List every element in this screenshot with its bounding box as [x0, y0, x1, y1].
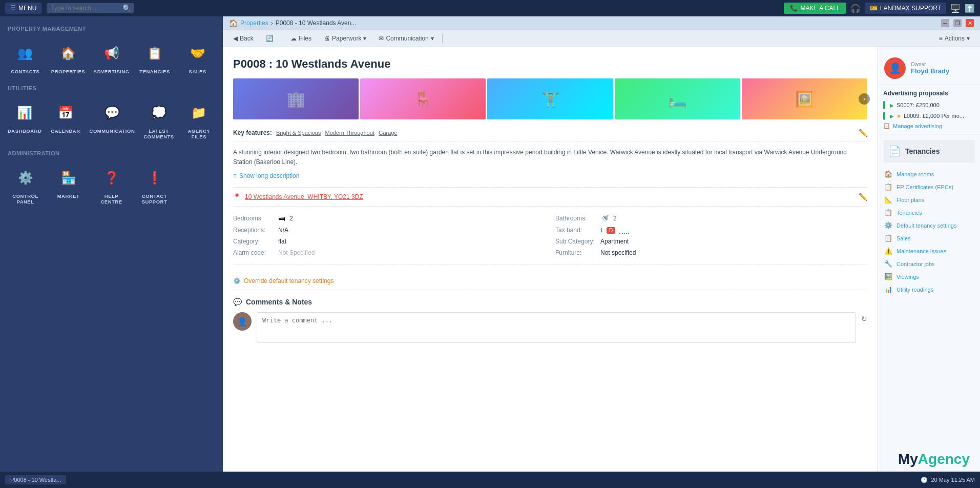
- sidebar-item-dashboard[interactable]: 📊 DASHBOARD: [5, 96, 44, 144]
- breadcrumb-properties[interactable]: Properties: [240, 19, 268, 27]
- sidebar-item-control-panel[interactable]: ⚙️ CONTROL PANEL: [5, 161, 46, 209]
- sidebar-item-market[interactable]: 🏪 MARKET: [48, 161, 89, 209]
- quick-link-default-tenancy[interactable]: ⚙️ Default tenancy settings: [878, 219, 980, 232]
- monitor-icon[interactable]: 🖥️: [950, 4, 961, 13]
- refresh-button[interactable]: 🔄: [262, 33, 278, 44]
- photo-2[interactable]: 🪑: [360, 78, 486, 119]
- sidebar-item-contacts[interactable]: 👥 CONTACTS: [5, 37, 46, 78]
- gear-icon: ⚙️: [233, 277, 241, 284]
- quick-link-viewings[interactable]: 🖼️ Viewings: [878, 270, 980, 283]
- breadcrumb-current: P0008 - 10 Westlands Aven...: [276, 19, 357, 27]
- tax-band-dots: ___: [619, 227, 629, 234]
- market-label: MARKET: [57, 193, 80, 199]
- quick-link-ep-certificates[interactable]: 📋 EP Certificates (EPCs): [878, 180, 980, 193]
- manage-adv-label: Manage advertising: [893, 123, 942, 129]
- quick-link-utility-readings[interactable]: 📊 Utility readings: [878, 283, 980, 296]
- advertising-proposals-section: Advertising proposals ▶ S0007: £250,000 …: [878, 90, 980, 135]
- tenancies-ql-label: Tenancies: [896, 210, 922, 216]
- maximize-button[interactable]: ❐: [953, 19, 962, 27]
- advertising-icon: 📢: [99, 41, 124, 66]
- quick-link-contractor-jobs[interactable]: 🔧 Contractor jobs: [878, 257, 980, 270]
- refresh-comment-icon[interactable]: ↻: [861, 315, 867, 323]
- bedrooms-value: 2: [289, 215, 293, 222]
- sales-ql-icon: 📋: [884, 234, 892, 242]
- actions-icon: ≡: [939, 35, 943, 42]
- sidebar-item-help-centre[interactable]: ❓ HELP CENTRE: [91, 161, 132, 209]
- show-more-button[interactable]: ≡ Show long description: [233, 172, 867, 179]
- sidebar-item-advertising[interactable]: 📢 ADVERTISING: [91, 37, 132, 78]
- avatar-icon: 👤: [237, 317, 247, 327]
- sidebar-item-latest-comments[interactable]: 💭 LATEST COMMENTS: [140, 96, 177, 144]
- separator: [282, 34, 282, 43]
- sidebar-item-agency-files[interactable]: 📁 AGENCY FILES: [180, 96, 218, 144]
- floor-plans-label: Floor plans: [896, 197, 924, 203]
- edit-address-icon[interactable]: ✏️: [859, 193, 867, 201]
- feature-tag-1[interactable]: Bright & Spacious: [276, 130, 321, 136]
- minimize-button[interactable]: ─: [941, 19, 949, 27]
- paperwork-button[interactable]: 🖨 Paperwork ▾: [320, 33, 370, 44]
- control-panel-label: CONTROL PANEL: [8, 193, 43, 205]
- quick-links-section: 🏠 Manage rooms 📋 EP Certificates (EPCs) …: [878, 168, 980, 296]
- quick-link-tenancies[interactable]: 📋 Tenancies: [878, 206, 980, 219]
- administration-grid: ⚙️ CONTROL PANEL 🏪 MARKET ❓ HELP CENTRE …: [0, 159, 223, 211]
- tax-band-label: Tax band:: [555, 227, 596, 234]
- feature-tag-3[interactable]: Garage: [379, 130, 398, 136]
- sidebar-item-calendar[interactable]: 📅 CALENDAR: [47, 96, 84, 144]
- comment-input[interactable]: [257, 312, 856, 343]
- photo-4[interactable]: 🛏️: [615, 78, 740, 119]
- quick-link-sales[interactable]: 📋 Sales: [878, 232, 980, 245]
- window-body: P0008 : 10 Westlands Avenue 🏢 🪑: [223, 47, 980, 488]
- proposal-2-label: L0009: £2,000 Per mo...: [904, 113, 964, 119]
- manage-adv-icon: 📋: [883, 123, 890, 129]
- quick-link-manage-rooms[interactable]: 🏠 Manage rooms: [878, 168, 980, 180]
- files-button[interactable]: ☁ Files: [286, 33, 316, 44]
- photo-1-content: 🏢: [286, 90, 305, 108]
- feature-tag-2[interactable]: Modern Throughout: [325, 130, 374, 136]
- property-name: 10 Westlands Avenue: [276, 57, 390, 70]
- contact-support-icon: ❗: [142, 166, 167, 190]
- tenancies-card[interactable]: 📄 Tenancies: [883, 140, 975, 162]
- close-button[interactable]: ✕: [966, 19, 974, 27]
- manage-advertising-link[interactable]: 📋 Manage advertising: [883, 123, 975, 129]
- back-button[interactable]: ◀ Back: [229, 33, 258, 44]
- search-input[interactable]: [51, 5, 122, 12]
- photo-1[interactable]: 🏢: [233, 78, 359, 119]
- sidebar-item-tenancies[interactable]: 📋 TENANCIES: [135, 37, 175, 78]
- paperwork-chevron: ▾: [363, 35, 366, 42]
- support-button[interactable]: 🎫 LANDMAX SUPPORT: [865, 3, 946, 14]
- photo-5[interactable]: 🖼️: [742, 78, 867, 119]
- taskbar: P0008 - 10 Westla... 🕐 20 May 11:25 AM: [0, 472, 980, 488]
- call-button[interactable]: 📞 MAKE A CALL: [784, 3, 846, 14]
- communication-button[interactable]: ✉ Communication ▾: [374, 33, 437, 44]
- furniture-row: Furniture: Not specified: [555, 249, 867, 256]
- quick-link-maintenance[interactable]: ⚠️ Maintenance issues: [878, 245, 980, 257]
- section-label-administration: ADMINISTRATION: [0, 146, 223, 159]
- override-settings-link[interactable]: ⚙️ Override default tenancy settings: [233, 272, 867, 290]
- taskbar-item[interactable]: P0008 - 10 Westla...: [5, 475, 66, 484]
- quick-link-floor-plans[interactable]: 📐 Floor plans: [878, 193, 980, 206]
- proposal-item-2[interactable]: ▶ ★ L0009: £2,000 Per mo...: [883, 112, 975, 120]
- sidebar-item-contact-support[interactable]: ❗ CONTACT SUPPORT: [134, 161, 175, 209]
- receptions-value: N/A: [278, 227, 288, 234]
- print-icon: 🖨: [324, 35, 330, 42]
- actions-button[interactable]: ≡ Actions ▾: [935, 33, 974, 44]
- sidebar-item-sales[interactable]: 🤝 SALES: [177, 37, 218, 78]
- owner-name[interactable]: Floyd Brady: [911, 67, 949, 75]
- advertising-label: ADVERTISING: [93, 69, 129, 74]
- files-label: Files: [299, 35, 311, 42]
- photo-next-button[interactable]: ›: [859, 93, 870, 105]
- dashboard-label: DASHBOARD: [8, 128, 41, 134]
- furniture-label: Furniture:: [555, 249, 596, 256]
- photo-3[interactable]: 🏋️: [487, 78, 613, 119]
- headset-icon[interactable]: 🎧: [850, 4, 861, 13]
- address-text[interactable]: 10 Westlands Avenue, WHITBY, YO21 3DZ: [245, 193, 363, 200]
- proposal-item-1[interactable]: ▶ S0007: £250,000: [883, 101, 975, 109]
- dashboard-icon: 📊: [12, 100, 37, 125]
- edit-features-icon[interactable]: ✏️: [859, 129, 867, 137]
- key-features-label: Key features:: [233, 129, 272, 136]
- menu-button[interactable]: ☰ MENU: [5, 3, 41, 14]
- property-title: P0008 : 10 Westlands Avenue: [233, 57, 867, 71]
- sidebar-item-properties[interactable]: 🏠 PROPERTIES: [48, 37, 89, 78]
- upload-icon[interactable]: ⬆️: [965, 4, 975, 13]
- sidebar-item-communication[interactable]: 💬 COMMUNICATION: [87, 96, 138, 144]
